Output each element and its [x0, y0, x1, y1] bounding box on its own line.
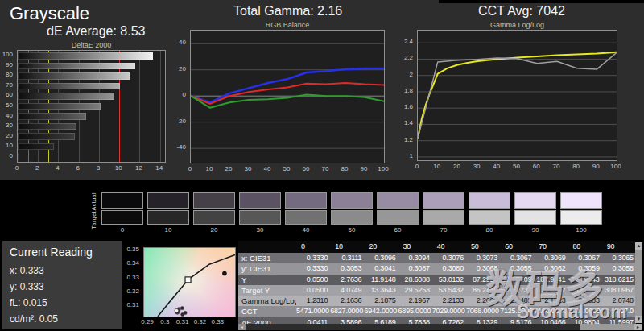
current-reading-cdm2: cd/m²: 0.05: [10, 311, 115, 327]
swatch-column: 80: [469, 191, 510, 238]
table-header-row: 0102030405060708090: [238, 241, 636, 253]
axis-tick-label: 20: [0, 132, 15, 139]
table-row-label: Gamma Log/Log: [238, 296, 296, 306]
rgb_balance-series-red: [191, 83, 384, 104]
axis-tick-label: 40: [171, 39, 188, 46]
axis-tick-label: 70: [0, 81, 15, 89]
swatch-level-label: 50: [331, 226, 373, 234]
axis-tick-label: 6: [72, 164, 85, 172]
table-row: Y0.05002.763611.914828.608853.013287.292…: [238, 275, 636, 285]
table-cell: 6895.0000: [398, 306, 432, 317]
table-cell: 126.2734: [500, 285, 534, 296]
axis-tick-label: -20: [171, 118, 188, 125]
axis-tick-label: 50: [0, 101, 15, 109]
current-reading-panel: Current Reading x: 0.333 y: 0.333 fL: 0.…: [2, 241, 122, 329]
swatch-level-label: 90: [514, 226, 556, 234]
table-cell: 2.0748: [602, 296, 636, 306]
target-swatch: [423, 210, 464, 225]
rgb-xlabels: 0102030405060708090100: [190, 165, 385, 173]
axis-tick-label: 0.32: [192, 318, 207, 325]
swatch-column: 100: [560, 191, 602, 238]
current-reading-y: y: 0.333: [10, 279, 115, 295]
gridline: [160, 51, 161, 162]
rgb_balance-series-green: [191, 95, 384, 108]
table-column-header: 90: [602, 241, 636, 253]
deltae-xlabels: 02468101214: [17, 164, 166, 172]
table-cell: 11.9148: [364, 275, 398, 285]
axis-tick-label: 12: [132, 164, 145, 172]
table-cell: 2.1967: [398, 296, 432, 306]
table-column-header: 0: [296, 241, 330, 253]
table-vertical-scrollbar[interactable]: ▲ ▼: [635, 242, 642, 323]
table-cell: 0.3080: [432, 263, 466, 274]
rgb-balance-chart-title: RGB Balance: [190, 21, 385, 29]
axis-tick-label: 100: [0, 51, 15, 58]
deltae-bar: [18, 113, 86, 120]
table-cell: 7029.0000: [432, 306, 466, 317]
table-cell: 53.0132: [432, 275, 466, 285]
target-white-point-marker: [185, 277, 191, 283]
table-row-label: y: CIE31: [238, 263, 296, 274]
axis-tick-label: 0.33: [210, 318, 225, 325]
target-swatch: [101, 210, 143, 225]
table-cell: 29.5253: [398, 285, 432, 296]
table-cell: 53.5432: [432, 285, 466, 296]
gamma-xlabels: 0102030405060708090100: [417, 163, 617, 171]
table-column-header: 30: [398, 241, 432, 253]
actual-swatch: [514, 192, 556, 209]
table-cell: 0.3096: [364, 253, 398, 263]
deltae-bar: [18, 123, 76, 130]
horizontal-scroll-thumb[interactable]: [580, 324, 634, 330]
daylight-locus-curve: [158, 255, 235, 317]
axis-tick-label: 14: [153, 164, 166, 172]
axis-tick-label: 0.3: [158, 318, 172, 325]
swatch-level-label: 0: [101, 226, 143, 234]
cie-ylabels: 0.350.340.330.320.31: [122, 247, 142, 317]
swatch-strip: Actual Target 0102030405060708090100: [84, 191, 615, 238]
axis-tick-label: 1.4: [397, 119, 415, 126]
axis-tick-label: 20: [222, 165, 235, 172]
axis-tick-label: 2: [397, 71, 415, 78]
axis-tick-label: 40: [0, 112, 15, 119]
gridline: [139, 51, 140, 162]
axis-tick-label: 100: [609, 163, 622, 170]
swatch-column: 10: [147, 191, 189, 238]
axis-tick-label: 20: [171, 65, 188, 72]
table-horizontal-scrollbar[interactable]: ◄ ►: [238, 324, 642, 330]
table-row: x: CIE310.33300.31110.30960.30940.30760.…: [238, 253, 636, 263]
swatch-level-label: 70: [423, 226, 464, 234]
axis-tick-label: 30: [470, 163, 483, 170]
axis-tick-label: 90: [0, 61, 15, 68]
scroll-left-arrow-icon[interactable]: ◄: [238, 324, 246, 330]
actual-swatch: [331, 192, 373, 209]
axis-tick-label: 20: [450, 163, 463, 170]
gamma_loglog-series-measured: [418, 52, 617, 138]
scroll-right-arrow-icon[interactable]: ►: [634, 324, 642, 330]
table-cell: 0.3068: [466, 263, 500, 274]
swatch-column: 0: [101, 191, 143, 238]
measured-point: [181, 312, 184, 316]
axis-tick-label: 70: [550, 163, 563, 170]
table-cell: 2.2062: [466, 296, 500, 306]
table-cell: 4.0749: [330, 285, 364, 296]
table-cell: 0.3058: [602, 263, 636, 274]
table-row-label: Target Y: [238, 285, 296, 296]
table-row-label: CCT: [238, 306, 296, 317]
cie-plot: [143, 247, 236, 317]
table-cell: 13.3643: [364, 285, 398, 296]
target-swatch: [377, 210, 419, 225]
table-row: CCT5471.00006827.00006942.00006895.00007…: [238, 306, 636, 317]
table-cell: 0.3059: [568, 263, 602, 274]
scroll-down-arrow-icon[interactable]: ▼: [635, 316, 642, 323]
axis-tick-label: 4: [51, 164, 64, 172]
table-cell: 2.1875: [364, 296, 398, 306]
gamma-chart-title: Gamma Log/Log: [417, 21, 617, 29]
swatch-column: 90: [514, 191, 556, 238]
table-cell: 28.6088: [398, 275, 432, 285]
table-cell: 0.3111: [330, 253, 364, 263]
scroll-up-arrow-icon[interactable]: ▲: [635, 242, 642, 250]
deltae-bar: [18, 83, 120, 90]
gamma_loglog-series-target: [418, 52, 617, 138]
actual-swatch: [147, 192, 189, 209]
actual-swatch: [560, 192, 602, 209]
